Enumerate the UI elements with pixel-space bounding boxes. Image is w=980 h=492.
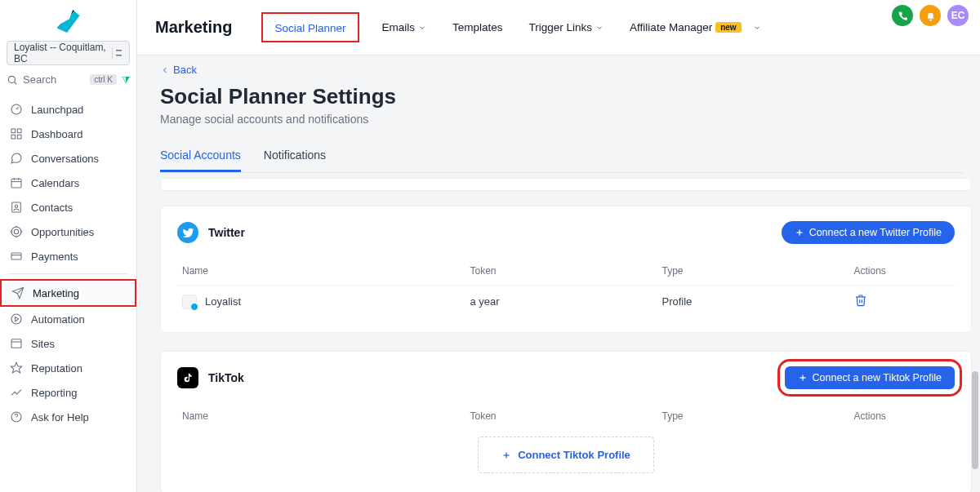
- table-header: Name Token Type Actions: [177, 257, 955, 285]
- sidebar-item-contacts[interactable]: Contacts: [0, 195, 136, 219]
- grid-icon: [10, 127, 23, 140]
- subtab-label: Notifications: [264, 148, 326, 162]
- svg-line-1: [15, 82, 17, 84]
- calendar-icon: [10, 176, 23, 189]
- svg-rect-7: [11, 179, 21, 188]
- plus-icon: [798, 373, 808, 383]
- phone-button[interactable]: [892, 5, 913, 26]
- badge-new: new: [715, 22, 741, 33]
- svg-point-21: [11, 314, 21, 324]
- sidebar-item-conversations[interactable]: Conversations: [0, 146, 136, 171]
- plus-icon: [501, 450, 511, 460]
- back-label: Back: [173, 64, 197, 76]
- account-selector[interactable]: Loyalist -- Coquitlam, BC: [7, 41, 130, 65]
- connect-tiktok-button[interactable]: Connect a new Tiktok Profile: [785, 366, 955, 389]
- sidebar-item-automation[interactable]: Automation: [0, 307, 136, 331]
- tab-trigger-links[interactable]: Trigger Links: [526, 16, 608, 38]
- card-icon: [10, 250, 23, 263]
- cell-type: Profile: [662, 295, 854, 308]
- topbar: Marketing Social Planner Emails Template…: [137, 0, 980, 55]
- account-selector-label: Loyalist -- Coquitlam, BC: [14, 42, 111, 64]
- scrollbar-thumb[interactable]: [972, 371, 978, 469]
- svg-rect-5: [11, 135, 16, 139]
- account-avatar: [182, 295, 197, 309]
- col-token: Token: [470, 410, 662, 422]
- notifications-button[interactable]: [920, 5, 941, 26]
- back-link[interactable]: Back: [160, 64, 964, 76]
- svg-marker-22: [16, 317, 19, 321]
- trend-icon: [10, 386, 23, 399]
- delete-button[interactable]: [854, 294, 951, 309]
- sidebar-item-opportunities[interactable]: Opportunities: [0, 219, 136, 244]
- sidebar-item-calendars[interactable]: Calendars: [0, 171, 136, 195]
- svg-point-13: [11, 227, 21, 237]
- svg-marker-25: [11, 362, 21, 373]
- twitter-title: Twitter: [208, 226, 245, 239]
- col-actions: Actions: [854, 410, 951, 422]
- tab-emails[interactable]: Emails: [379, 16, 430, 38]
- top-actions: EC: [892, 5, 969, 26]
- sidebar-label: Dashboard: [31, 128, 83, 140]
- svg-rect-23: [11, 339, 21, 348]
- subtab-notifications[interactable]: Notifications: [264, 144, 326, 172]
- bolt-icon: ⧩: [122, 74, 130, 86]
- svg-point-12: [15, 205, 17, 207]
- button-label: Connect Tiktok Profile: [518, 449, 630, 461]
- connect-tiktok-empty-button[interactable]: Connect Tiktok Profile: [478, 437, 654, 473]
- user-avatar[interactable]: EC: [947, 5, 969, 26]
- search-kbd: ctrl K: [90, 74, 117, 85]
- search-icon: [7, 74, 18, 86]
- avatar-initials: EC: [951, 10, 965, 21]
- connect-twitter-button[interactable]: Connect a new Twitter Profile: [782, 221, 955, 244]
- trash-icon: [854, 294, 867, 307]
- svg-rect-6: [17, 135, 21, 139]
- tab-label: Emails: [382, 21, 416, 33]
- tab-affiliate-manager[interactable]: Affiliate Manager new: [626, 16, 764, 38]
- chevron-down-icon: [418, 24, 426, 32]
- cell-name: Loyalist: [205, 295, 241, 308]
- tab-social-planner[interactable]: Social Planner: [261, 12, 359, 42]
- button-label: Connect a new Twitter Profile: [809, 227, 942, 238]
- app-logo: [0, 7, 136, 41]
- sidebar-item-launchpad[interactable]: Launchpad: [0, 97, 136, 122]
- tab-label: Affiliate Manager: [630, 21, 712, 33]
- svg-point-14: [14, 229, 18, 233]
- sidebar: Loyalist -- Coquitlam, BC Search ctrl K …: [0, 0, 137, 492]
- sidebar-item-reputation[interactable]: Reputation: [0, 356, 136, 380]
- sidebar-label: Launchpad: [31, 104, 83, 116]
- svg-rect-4: [17, 129, 21, 133]
- sidebar-item-sites[interactable]: Sites: [0, 331, 136, 356]
- subtab-social-accounts[interactable]: Social Accounts: [160, 144, 241, 172]
- svg-point-0: [8, 76, 15, 82]
- nav-divider: [8, 273, 128, 274]
- page-subtitle: Manage social accounts and notifications: [160, 113, 964, 126]
- tiktok-title: TikTok: [208, 371, 244, 384]
- sidebar-item-ask-for-help[interactable]: Ask for Help: [0, 405, 136, 429]
- tab-label: Social Planner: [274, 22, 345, 34]
- tab-label: Templates: [452, 21, 503, 33]
- chevron-down-icon: [753, 24, 761, 32]
- sidebar-nav: Launchpad Dashboard Conversations Calend…: [0, 94, 136, 429]
- sidebar-item-dashboard[interactable]: Dashboard: [0, 122, 136, 146]
- sidebar-label: Automation: [31, 313, 85, 326]
- twitter-icon: [177, 222, 198, 243]
- sidebar-item-marketing[interactable]: Marketing: [0, 279, 136, 307]
- sidebar-search[interactable]: Search ctrl K ⧩: [0, 73, 136, 94]
- sidebar-item-reporting[interactable]: Reporting: [0, 380, 136, 405]
- phone-icon: [898, 11, 908, 21]
- twitter-card: Twitter Connect a new Twitter Profile Na…: [160, 206, 972, 333]
- subtabs: Social Accounts Notifications: [160, 144, 964, 173]
- page-title: Social Planner Settings: [160, 84, 964, 109]
- cell-token: a year: [470, 295, 662, 308]
- scroll-area[interactable]: Twitter Connect a new Twitter Profile Na…: [160, 178, 972, 492]
- chevron-down-icon: [595, 24, 604, 32]
- sidebar-label: Reporting: [31, 387, 77, 399]
- col-name: Name: [182, 265, 470, 277]
- table-header: Name Token Type Actions: [177, 402, 955, 430]
- scrollbar-track[interactable]: [972, 175, 978, 485]
- sidebar-item-payments[interactable]: Payments: [0, 244, 136, 268]
- star-icon: [10, 361, 23, 375]
- send-icon: [11, 286, 24, 299]
- tab-templates[interactable]: Templates: [449, 16, 506, 38]
- chat-icon: [10, 152, 23, 165]
